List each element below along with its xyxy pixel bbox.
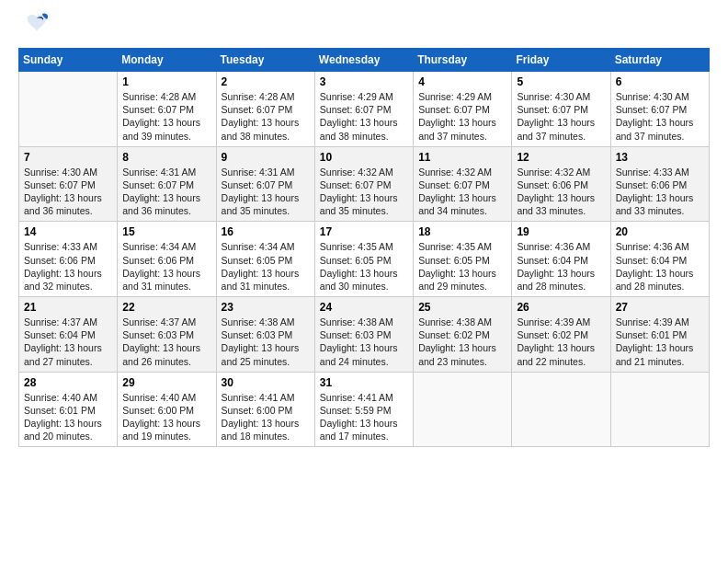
day-number: 30: [222, 376, 310, 389]
day-number: 22: [122, 301, 210, 314]
calendar-cell: 8Sunrise: 4:31 AMSunset: 6:07 PMDaylight…: [118, 146, 216, 222]
day-info: Sunrise: 4:31 AMSunset: 6:07 PMDaylight:…: [122, 166, 210, 218]
day-number: 6: [616, 75, 704, 88]
day-info: Sunrise: 4:39 AMSunset: 6:01 PMDaylight:…: [616, 316, 704, 368]
calendar-cell: 16Sunrise: 4:34 AMSunset: 6:05 PMDayligh…: [216, 222, 314, 297]
calendar-week-row: 14Sunrise: 4:33 AMSunset: 6:06 PMDayligh…: [19, 222, 710, 297]
day-number: 12: [517, 151, 605, 164]
calendar-cell: 14Sunrise: 4:33 AMSunset: 6:06 PMDayligh…: [19, 222, 118, 297]
calendar-header-wednesday: Wednesday: [314, 49, 413, 72]
calendar-cell: 25Sunrise: 4:38 AMSunset: 6:02 PMDayligh…: [414, 297, 512, 373]
calendar-cell: 20Sunrise: 4:36 AMSunset: 6:04 PMDayligh…: [610, 222, 709, 297]
day-number: 2: [222, 75, 310, 88]
day-info: Sunrise: 4:38 AMSunset: 6:02 PMDaylight:…: [418, 316, 506, 368]
calendar-cell: 28Sunrise: 4:40 AMSunset: 6:01 PMDayligh…: [19, 372, 118, 447]
calendar-header-sunday: Sunday: [19, 49, 118, 72]
day-info: Sunrise: 4:41 AMSunset: 6:00 PMDaylight:…: [222, 391, 310, 443]
calendar-cell: 12Sunrise: 4:32 AMSunset: 6:06 PMDayligh…: [512, 146, 610, 222]
calendar-cell: [610, 372, 709, 447]
calendar-cell: 17Sunrise: 4:35 AMSunset: 6:05 PMDayligh…: [314, 222, 413, 297]
calendar-cell: 24Sunrise: 4:38 AMSunset: 6:03 PMDayligh…: [314, 297, 413, 373]
calendar-cell: [414, 372, 512, 447]
calendar-week-row: 21Sunrise: 4:37 AMSunset: 6:04 PMDayligh…: [19, 297, 710, 373]
day-number: 1: [122, 75, 210, 88]
logo-bird-icon: [24, 11, 50, 40]
day-number: 5: [517, 75, 605, 88]
day-info: Sunrise: 4:28 AMSunset: 6:07 PMDaylight:…: [222, 90, 310, 143]
day-number: 27: [616, 301, 704, 314]
day-number: 31: [320, 376, 408, 389]
day-number: 26: [517, 301, 605, 314]
day-info: Sunrise: 4:39 AMSunset: 6:02 PMDaylight:…: [517, 316, 605, 368]
calendar-cell: 4Sunrise: 4:29 AMSunset: 6:07 PMDaylight…: [414, 72, 512, 147]
day-info: Sunrise: 4:35 AMSunset: 6:05 PMDaylight:…: [418, 240, 506, 293]
day-number: 24: [320, 301, 408, 314]
header: [18, 18, 710, 40]
day-number: 14: [24, 225, 112, 238]
day-info: Sunrise: 4:40 AMSunset: 6:01 PMDaylight:…: [24, 391, 112, 443]
day-info: Sunrise: 4:32 AMSunset: 6:07 PMDaylight:…: [320, 166, 408, 218]
day-info: Sunrise: 4:30 AMSunset: 6:07 PMDaylight:…: [24, 166, 112, 218]
calendar-cell: 1Sunrise: 4:28 AMSunset: 6:07 PMDaylight…: [118, 72, 216, 147]
day-number: 11: [418, 151, 506, 164]
day-number: 28: [24, 376, 112, 389]
calendar-cell: 10Sunrise: 4:32 AMSunset: 6:07 PMDayligh…: [314, 146, 413, 222]
day-number: 8: [122, 151, 210, 164]
calendar-header-monday: Monday: [118, 49, 216, 72]
calendar-header-thursday: Thursday: [414, 49, 512, 72]
calendar-header-saturday: Saturday: [610, 49, 709, 72]
day-number: 19: [517, 225, 605, 238]
day-info: Sunrise: 4:36 AMSunset: 6:04 PMDaylight:…: [616, 240, 704, 293]
calendar-cell: 26Sunrise: 4:39 AMSunset: 6:02 PMDayligh…: [512, 297, 610, 373]
page-container: SundayMondayTuesdayWednesdayThursdayFrid…: [0, 0, 728, 456]
day-info: Sunrise: 4:28 AMSunset: 6:07 PMDaylight:…: [122, 90, 210, 143]
calendar-cell: 2Sunrise: 4:28 AMSunset: 6:07 PMDaylight…: [216, 72, 314, 147]
day-info: Sunrise: 4:29 AMSunset: 6:07 PMDaylight:…: [320, 90, 408, 143]
day-number: 9: [222, 151, 310, 164]
day-number: 4: [418, 75, 506, 88]
day-number: 29: [122, 376, 210, 389]
calendar-cell: 7Sunrise: 4:30 AMSunset: 6:07 PMDaylight…: [19, 146, 118, 222]
calendar-week-row: 1Sunrise: 4:28 AMSunset: 6:07 PMDaylight…: [19, 72, 710, 147]
day-info: Sunrise: 4:37 AMSunset: 6:04 PMDaylight:…: [24, 316, 112, 368]
day-number: 10: [320, 151, 408, 164]
day-number: 21: [24, 301, 112, 314]
calendar-cell: 13Sunrise: 4:33 AMSunset: 6:06 PMDayligh…: [610, 146, 709, 222]
calendar-cell: 30Sunrise: 4:41 AMSunset: 6:00 PMDayligh…: [216, 372, 314, 447]
day-number: 13: [616, 151, 704, 164]
day-info: Sunrise: 4:31 AMSunset: 6:07 PMDaylight:…: [222, 166, 310, 218]
day-info: Sunrise: 4:37 AMSunset: 6:03 PMDaylight:…: [122, 316, 210, 368]
day-info: Sunrise: 4:34 AMSunset: 6:05 PMDaylight:…: [222, 240, 310, 293]
calendar-week-row: 7Sunrise: 4:30 AMSunset: 6:07 PMDaylight…: [19, 146, 710, 222]
day-info: Sunrise: 4:30 AMSunset: 6:07 PMDaylight:…: [616, 90, 704, 143]
calendar-cell: [512, 372, 610, 447]
day-info: Sunrise: 4:36 AMSunset: 6:04 PMDaylight:…: [517, 240, 605, 293]
calendar-cell: 31Sunrise: 4:41 AMSunset: 5:59 PMDayligh…: [314, 372, 413, 447]
calendar-cell: 11Sunrise: 4:32 AMSunset: 6:07 PMDayligh…: [414, 146, 512, 222]
day-number: 3: [320, 75, 408, 88]
calendar-header-friday: Friday: [512, 49, 610, 72]
calendar-header-tuesday: Tuesday: [216, 49, 314, 72]
day-info: Sunrise: 4:32 AMSunset: 6:07 PMDaylight:…: [418, 166, 506, 218]
day-info: Sunrise: 4:41 AMSunset: 5:59 PMDaylight:…: [320, 391, 408, 443]
calendar-cell: 18Sunrise: 4:35 AMSunset: 6:05 PMDayligh…: [414, 222, 512, 297]
calendar-table: SundayMondayTuesdayWednesdayThursdayFrid…: [18, 48, 710, 447]
calendar-cell: 29Sunrise: 4:40 AMSunset: 6:00 PMDayligh…: [118, 372, 216, 447]
day-number: 17: [320, 225, 408, 238]
logo: [18, 18, 50, 40]
day-info: Sunrise: 4:33 AMSunset: 6:06 PMDaylight:…: [24, 240, 112, 293]
calendar-cell: 21Sunrise: 4:37 AMSunset: 6:04 PMDayligh…: [19, 297, 118, 373]
day-number: 15: [122, 225, 210, 238]
day-info: Sunrise: 4:30 AMSunset: 6:07 PMDaylight:…: [517, 90, 605, 143]
calendar-cell: 9Sunrise: 4:31 AMSunset: 6:07 PMDaylight…: [216, 146, 314, 222]
day-number: 7: [24, 151, 112, 164]
calendar-cell: [19, 72, 118, 147]
day-info: Sunrise: 4:40 AMSunset: 6:00 PMDaylight:…: [122, 391, 210, 443]
calendar-cell: 6Sunrise: 4:30 AMSunset: 6:07 PMDaylight…: [610, 72, 709, 147]
calendar-cell: 22Sunrise: 4:37 AMSunset: 6:03 PMDayligh…: [118, 297, 216, 373]
day-info: Sunrise: 4:34 AMSunset: 6:06 PMDaylight:…: [122, 240, 210, 293]
day-info: Sunrise: 4:35 AMSunset: 6:05 PMDaylight:…: [320, 240, 408, 293]
calendar-cell: 23Sunrise: 4:38 AMSunset: 6:03 PMDayligh…: [216, 297, 314, 373]
day-number: 25: [418, 301, 506, 314]
day-info: Sunrise: 4:33 AMSunset: 6:06 PMDaylight:…: [616, 166, 704, 218]
